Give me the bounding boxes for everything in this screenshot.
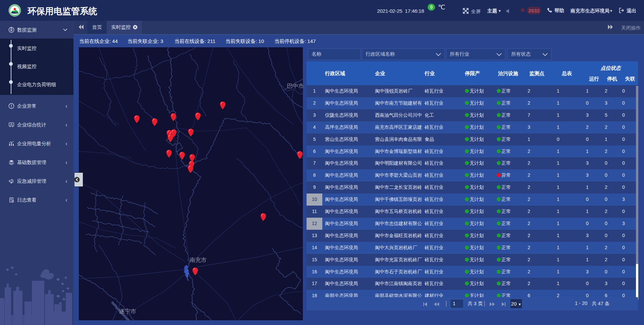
svg-text:巴中市: 巴中市 [287, 83, 303, 89]
svg-text:环保监管: 环保监管 [12, 14, 18, 16]
svg-text:南充市: 南充市 [190, 257, 207, 263]
svg-text:遂宁市: 遂宁市 [119, 308, 136, 315]
